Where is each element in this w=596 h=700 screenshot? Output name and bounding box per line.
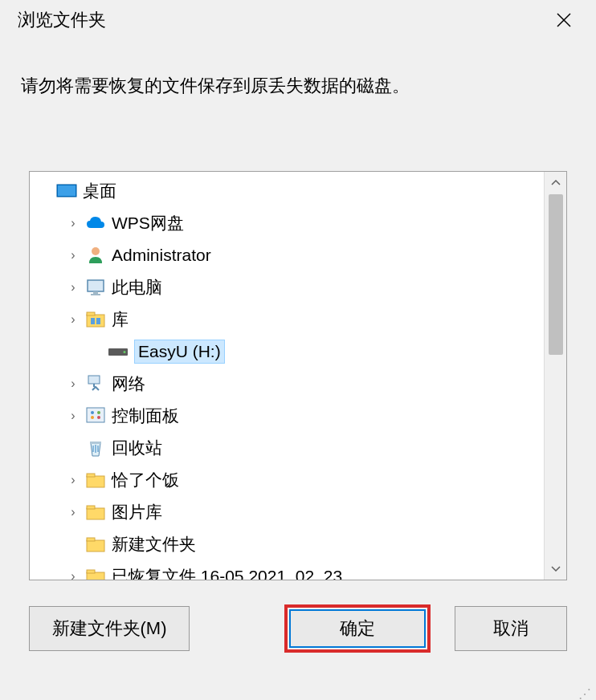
svg-rect-22 [87,508,104,519]
tree-item-wps[interactable]: › WPS网盘 [30,207,544,239]
resize-grip-icon[interactable]: ⋰ [578,692,593,697]
tree-item-label: 已恢复文件 16-05 2021_02_23 [112,565,342,580]
expand-icon[interactable]: › [65,312,81,327]
tree-item-label: Administrator [112,246,211,265]
tree-item-administrator[interactable]: › Administrator [30,239,544,271]
scroll-thumb[interactable] [549,194,563,355]
svg-point-15 [91,411,94,414]
expand-icon[interactable]: › [65,248,81,262]
expand-icon[interactable]: › [65,216,81,230]
tree-item-label: 桌面 [83,180,116,202]
svg-rect-27 [87,570,95,573]
chevron-down-icon [551,565,561,572]
folder-icon [84,533,107,556]
svg-rect-24 [87,540,104,551]
svg-point-18 [97,416,100,419]
tree-item-folder-1[interactable]: › 恰了个饭 [30,464,544,496]
tree-item-this-pc[interactable]: › 此电脑 [30,271,544,303]
tree-item-control-panel[interactable]: › 控制面板 [30,400,544,432]
svg-rect-9 [96,318,100,324]
expand-icon[interactable]: › [65,473,81,487]
tree-item-label: 此电脑 [112,276,162,299]
tree-item-label: 网络 [112,372,145,395]
titlebar: 浏览文件夹 [0,0,596,40]
expand-icon[interactable]: › [65,505,81,519]
svg-rect-20 [87,476,104,487]
svg-point-16 [97,411,100,414]
svg-rect-1 [58,185,76,196]
expand-icon[interactable]: › [65,409,81,423]
svg-point-17 [91,416,94,419]
svg-point-11 [124,351,126,353]
recycle-bin-icon [84,437,107,459]
tree-item-label: 库 [112,308,129,331]
tree-item-folder-4[interactable]: › 已恢复文件 16-05 2021_02_23 [30,560,544,580]
cloud-icon [84,212,107,234]
ok-button[interactable]: 确定 [289,609,426,648]
close-icon [556,12,572,28]
svg-rect-25 [87,538,95,541]
expand-icon[interactable]: › [65,280,81,295]
tree-item-label: WPS网盘 [112,212,184,234]
scroll-track[interactable] [545,194,567,557]
svg-rect-3 [88,280,104,291]
desktop-icon [55,180,78,202]
svg-point-2 [92,247,100,255]
folder-tree: 桌面 › WPS网盘 › Administrator › 此电脑 › 库 [29,171,567,580]
tree-item-network[interactable]: › 网络 [30,368,544,400]
ok-button-highlight: 确定 [284,604,431,653]
tree-item-label: 新建文件夹 [112,533,196,556]
folder-icon [84,469,107,491]
tree-item-folder-2[interactable]: › 图片库 [30,496,544,528]
tree-item-label: 恰了个饭 [112,469,179,491]
svg-rect-13 [93,384,95,387]
scroll-down-button[interactable] [545,557,567,580]
scroll-up-button[interactable] [545,172,567,194]
user-icon [84,244,107,267]
folder-icon [84,501,107,523]
new-folder-button[interactable]: 新建文件夹(M) [29,606,190,651]
tree-list[interactable]: 桌面 › WPS网盘 › Administrator › 此电脑 › 库 [30,172,544,580]
svg-rect-4 [93,291,98,294]
tree-item-libraries[interactable]: › 库 [30,303,544,336]
tree-item-label: EasyU (H:) [138,342,221,361]
instruction-text: 请勿将需要恢复的文件保存到原丢失数据的磁盘。 [0,40,596,115]
library-icon [84,308,107,331]
button-row: 新建文件夹(M) 确定 取消 [0,580,596,677]
cancel-button[interactable]: 取消 [455,606,567,651]
svg-rect-6 [87,315,104,327]
tree-item-easyu-drive[interactable]: EasyU (H:) [30,336,544,368]
expand-icon[interactable]: › [65,569,81,580]
network-icon [84,372,107,395]
tree-item-recycle-bin[interactable]: 回收站 [30,432,544,464]
folder-icon [84,565,107,580]
svg-rect-12 [88,376,100,384]
svg-rect-19 [90,442,101,444]
dialog-title: 浏览文件夹 [18,8,106,32]
svg-rect-23 [87,506,95,509]
svg-rect-21 [87,474,95,477]
expand-icon[interactable]: › [65,376,81,391]
scrollbar[interactable] [544,172,566,580]
pc-icon [84,276,107,299]
tree-item-label: 控制面板 [112,405,179,427]
svg-rect-5 [91,294,100,295]
tree-item-label: 回收站 [112,437,162,459]
svg-rect-8 [91,318,95,324]
close-button[interactable] [546,6,582,35]
tree-item-label: 图片库 [112,501,162,523]
control-panel-icon [84,405,107,427]
svg-rect-14 [87,408,104,422]
svg-rect-7 [87,312,95,315]
browse-folder-dialog: 浏览文件夹 请勿将需要恢复的文件保存到原丢失数据的磁盘。 桌面 › WPS网盘 … [0,0,596,700]
drive-icon [107,340,129,363]
tree-item-desktop[interactable]: 桌面 [30,175,544,207]
tree-item-folder-3[interactable]: 新建文件夹 [30,528,544,560]
chevron-up-icon [551,180,561,186]
